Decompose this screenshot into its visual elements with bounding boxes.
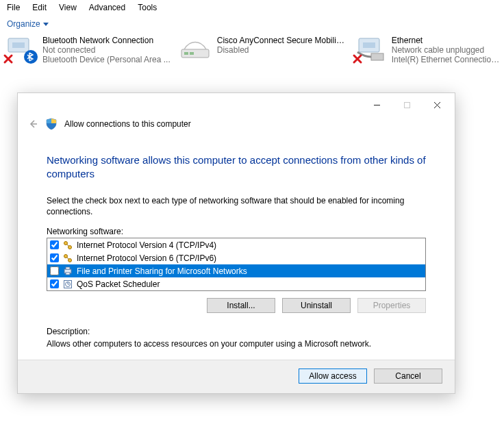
organize-menu[interactable]: Organize bbox=[4, 18, 51, 30]
connection-icon bbox=[177, 34, 213, 64]
minimize-button[interactable] bbox=[362, 96, 392, 114]
svg-rect-4 bbox=[184, 52, 188, 55]
cancel-button[interactable]: Cancel bbox=[374, 369, 442, 384]
svg-rect-8 bbox=[371, 53, 383, 60]
close-button[interactable] bbox=[422, 96, 452, 114]
list-item-label: Internet Protocol Version 6 (TCP/IPv6) bbox=[77, 253, 216, 263]
connection-item-bluetooth[interactable]: Bluetooth Network Connection Not connect… bbox=[3, 34, 171, 64]
connection-status: Network cable unplugged bbox=[392, 45, 503, 55]
networking-software-list[interactable]: Internet Protocol Version 4 (TCP/IPv4) I… bbox=[47, 238, 426, 291]
error-x-icon bbox=[3, 53, 14, 64]
printer-icon bbox=[63, 266, 73, 276]
connection-detail: Intel(R) Ethernet Connection (5) bbox=[392, 55, 503, 64]
item-buttons-row: Install... Uninstall Properties bbox=[47, 291, 426, 323]
connection-icon bbox=[3, 34, 38, 64]
list-item-checkbox[interactable] bbox=[50, 253, 59, 262]
maximize-button bbox=[392, 96, 422, 114]
list-item-checkbox[interactable] bbox=[50, 279, 59, 288]
dialog-heading: Networking software allows this computer… bbox=[47, 153, 426, 180]
dialog-titlebar bbox=[18, 93, 455, 116]
shield-icon bbox=[45, 118, 58, 130]
list-item-qos[interactable]: QoS Packet Scheduler bbox=[47, 277, 425, 290]
connection-status: Disabled bbox=[217, 45, 345, 55]
list-item-label: File and Printer Sharing for Microsoft N… bbox=[77, 266, 247, 276]
svg-rect-19 bbox=[66, 267, 70, 269]
menu-tools[interactable]: Tools bbox=[132, 1, 162, 14]
connection-name: Ethernet bbox=[392, 36, 503, 45]
properties-button: Properties bbox=[357, 298, 426, 313]
toolbar: Organize bbox=[0, 15, 504, 34]
protocol-icon bbox=[63, 240, 73, 250]
list-item-ipv6[interactable]: Internet Protocol Version 6 (TCP/IPv6) bbox=[47, 251, 425, 264]
dialog-footer: Allow access Cancel bbox=[18, 360, 455, 393]
svg-rect-20 bbox=[66, 273, 70, 275]
list-label: Networking software: bbox=[47, 227, 426, 236]
connection-item-vpn[interactable]: Cisco AnyConnect Secure Mobility Client … bbox=[177, 34, 345, 64]
dialog-title: Allow connections to this computer bbox=[64, 119, 191, 129]
connections-list: Bluetooth Network Connection Not connect… bbox=[0, 34, 504, 64]
svg-line-14 bbox=[67, 244, 69, 246]
protocol-icon bbox=[63, 253, 73, 263]
list-item-ipv4[interactable]: Internet Protocol Version 4 (TCP/IPv4) bbox=[47, 238, 425, 251]
svg-rect-5 bbox=[190, 52, 194, 55]
dialog: Allow connections to this computer Netwo… bbox=[17, 92, 455, 394]
connection-name: Bluetooth Network Connection bbox=[42, 36, 171, 45]
list-item-label: QoS Packet Scheduler bbox=[77, 279, 160, 289]
menu-view[interactable]: View bbox=[53, 1, 82, 14]
description-text: Allows other computers to access resourc… bbox=[47, 339, 426, 349]
chevron-down-icon bbox=[43, 23, 49, 26]
connection-detail: Bluetooth Device (Personal Area ... bbox=[42, 55, 171, 64]
connection-icon bbox=[352, 34, 388, 64]
svg-line-17 bbox=[67, 257, 69, 259]
list-item-file-printer-sharing[interactable]: File and Printer Sharing for Microsoft N… bbox=[47, 264, 425, 277]
connection-item-ethernet[interactable]: Ethernet Network cable unplugged Intel(R… bbox=[352, 34, 503, 64]
menu-edit[interactable]: Edit bbox=[27, 1, 52, 14]
menubar: File Edit View Advanced Tools bbox=[0, 0, 504, 15]
error-x-icon bbox=[352, 53, 363, 64]
dialog-instruction: Select the check box next to each type o… bbox=[47, 195, 426, 217]
scheduler-icon bbox=[63, 279, 73, 289]
svg-rect-10 bbox=[404, 102, 410, 108]
modem-icon bbox=[177, 34, 213, 64]
bluetooth-icon bbox=[23, 49, 38, 64]
organize-label: Organize bbox=[7, 19, 40, 29]
description-label: Description: bbox=[47, 327, 426, 336]
list-item-checkbox[interactable] bbox=[50, 240, 59, 249]
svg-point-2 bbox=[24, 50, 38, 64]
svg-rect-1 bbox=[12, 42, 25, 48]
list-item-checkbox[interactable] bbox=[50, 266, 59, 275]
allow-access-button[interactable]: Allow access bbox=[299, 369, 367, 384]
back-arrow-icon[interactable] bbox=[27, 118, 38, 129]
connection-name: Cisco AnyConnect Secure Mobility Client … bbox=[217, 36, 345, 45]
menu-advanced[interactable]: Advanced bbox=[84, 1, 131, 14]
connection-status: Not connected bbox=[42, 45, 171, 55]
uninstall-button[interactable]: Uninstall bbox=[282, 298, 351, 313]
dialog-body: Networking software allows this computer… bbox=[18, 134, 455, 360]
dialog-header: Allow connections to this computer bbox=[18, 116, 455, 134]
install-button[interactable]: Install... bbox=[207, 298, 275, 313]
list-item-label: Internet Protocol Version 4 (TCP/IPv4) bbox=[77, 240, 216, 250]
svg-rect-7 bbox=[363, 42, 375, 48]
menu-file[interactable]: File bbox=[1, 1, 25, 14]
